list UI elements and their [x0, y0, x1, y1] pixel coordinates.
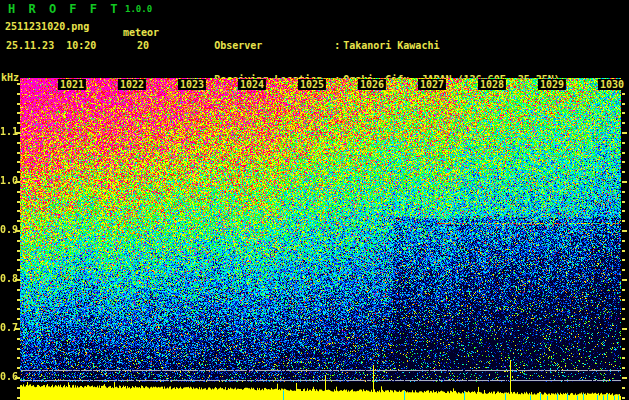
- freq-tick-right: [622, 328, 627, 330]
- freq-tick-right: [622, 308, 625, 310]
- app-version: 1.0.0: [125, 4, 152, 14]
- hrofft-output-image: H R O F F T 1.0.0 2511231020.png meteor …: [0, 0, 629, 400]
- freq-tick-right: [622, 210, 625, 212]
- freq-tick-right: [622, 367, 625, 369]
- colon: :: [334, 40, 343, 52]
- parameter-count: 20: [137, 40, 149, 51]
- freq-tick-right: [622, 299, 625, 301]
- freq-tick-right: [622, 230, 627, 232]
- signal-level-canvas: [20, 382, 621, 400]
- observation-datetime: 25.11.23 10:20: [6, 40, 96, 51]
- freq-tick-right: [622, 250, 625, 252]
- freq-tick-right: [622, 338, 625, 340]
- app-title: H R O F F T: [8, 2, 120, 16]
- freq-tick-right: [622, 348, 625, 350]
- freq-axis-label: 0.6: [0, 371, 14, 382]
- freq-tick-right: [622, 191, 625, 193]
- freq-tick-right: [622, 171, 625, 173]
- output-filename: 2511231020.png: [5, 21, 89, 32]
- spectrogram-canvas: [20, 78, 621, 382]
- freq-tick-right: [622, 240, 625, 242]
- freq-axis-label: 0.9: [0, 224, 14, 235]
- freq-tick-right: [622, 397, 625, 399]
- freq-tick-right: [622, 357, 625, 359]
- freq-tick-right: [622, 318, 625, 320]
- freq-tick-right: [622, 181, 627, 183]
- freq-axis-label: 0.7: [0, 322, 14, 333]
- freq-axis-unit-label: kHz: [1, 72, 19, 83]
- freq-tick-right: [622, 220, 625, 222]
- info-label: Observer: [214, 40, 334, 52]
- freq-axis-label: 1.0: [0, 175, 14, 186]
- freq-tick-right: [622, 269, 625, 271]
- freq-tick-right: [622, 289, 625, 291]
- observation-mode: meteor: [123, 27, 159, 38]
- freq-tick-right: [622, 377, 627, 379]
- freq-tick-right: [622, 201, 625, 203]
- info-value: Takanori Kawachi: [343, 40, 439, 52]
- info-row-location: Receiving Location:Ogaki, Gifu, JAPAN (1…: [178, 62, 629, 74]
- info-row-observer: Observer:Takanori Kawachi: [178, 28, 629, 40]
- freq-axis-label: 1.1: [0, 126, 14, 137]
- freq-tick-right: [622, 279, 627, 281]
- freq-tick-right: [622, 387, 625, 389]
- freq-axis-label: 0.8: [0, 273, 14, 284]
- freq-tick-right: [622, 259, 625, 261]
